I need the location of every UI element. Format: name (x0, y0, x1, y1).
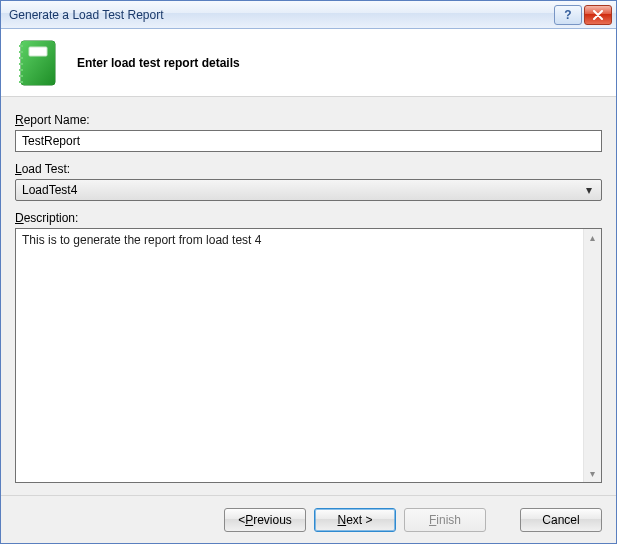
scrollbar[interactable]: ▴ ▾ (583, 229, 601, 482)
svg-rect-2 (29, 47, 47, 56)
previous-button[interactable]: < Previous (224, 508, 306, 532)
scroll-down-icon: ▾ (584, 465, 601, 482)
scroll-up-icon: ▴ (584, 229, 601, 246)
next-button[interactable]: Next > (314, 508, 396, 532)
description-textarea[interactable]: This is to generate the report from load… (15, 228, 602, 483)
load-test-label: Load Test: (15, 162, 602, 176)
form-area: Report Name: Load Test: LoadTest4 ▾ Desc… (1, 97, 616, 495)
cancel-button[interactable]: Cancel (520, 508, 602, 532)
wizard-header: Enter load test report details (1, 29, 616, 97)
description-text: This is to generate the report from load… (16, 229, 583, 482)
notebook-icon (15, 39, 59, 87)
window-controls: ? (554, 5, 612, 25)
title-bar: Generate a Load Test Report ? (1, 1, 616, 29)
report-name-label: Report Name: (15, 113, 602, 127)
wizard-heading: Enter load test report details (77, 56, 240, 70)
dialog-window: Generate a Load Test Report ? (0, 0, 617, 544)
wizard-footer: < Previous Next > Finish Cancel (1, 495, 616, 543)
help-button[interactable]: ? (554, 5, 582, 25)
report-name-input[interactable] (15, 130, 602, 152)
close-button[interactable] (584, 5, 612, 25)
description-label: Description: (15, 211, 602, 225)
finish-button: Finish (404, 508, 486, 532)
window-title: Generate a Load Test Report (9, 8, 554, 22)
load-test-combo[interactable]: LoadTest4 ▾ (15, 179, 602, 201)
load-test-selected: LoadTest4 (22, 183, 581, 197)
chevron-down-icon: ▾ (581, 183, 597, 197)
close-icon (593, 10, 603, 20)
help-icon: ? (564, 8, 571, 22)
